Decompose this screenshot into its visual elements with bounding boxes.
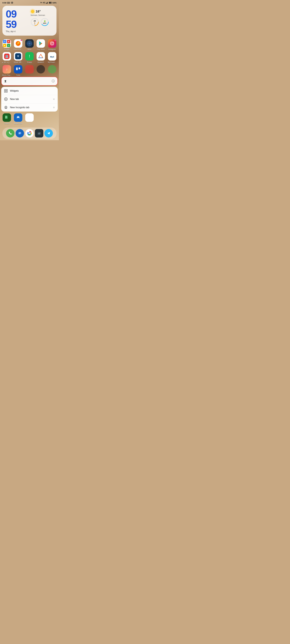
battery-circle-value: 64% <box>43 22 46 24</box>
widgets-icon <box>4 89 8 92</box>
widgets-menu-item[interactable]: Widgets <box>1 87 58 95</box>
svg-point-62 <box>18 132 21 134</box>
app-partial-5[interactable] <box>46 65 58 76</box>
app-snapp-label: Snapp <box>27 61 32 63</box>
clock-date: Thu, Apr 4 <box>6 30 28 32</box>
svg-point-61 <box>17 118 19 120</box>
svg-point-30 <box>53 42 54 43</box>
svg-rect-10 <box>47 2 48 4</box>
muzio-icon: ♪ <box>3 65 11 74</box>
svg-rect-57 <box>6 118 7 118</box>
svg-rect-45 <box>6 89 8 90</box>
sepahmb-icon: ⚜ <box>14 52 22 60</box>
app-trello[interactable]: Trello <box>13 65 24 76</box>
widgets-label: Widgets <box>10 90 19 92</box>
new-tab-label: New tab <box>10 98 19 100</box>
status-right: 4G 64% <box>40 2 57 4</box>
app-openvpn-label: OpenVPN ... <box>14 48 23 50</box>
status-left: 9:59 <box>3 2 13 4</box>
battery-percent: 64% <box>53 2 57 4</box>
instagram-icon <box>48 39 56 48</box>
incognito-drag-icon: ≡ <box>53 106 55 109</box>
dock-telegram[interactable] <box>44 129 53 138</box>
app-asiatech-label: Asiatech <box>38 61 44 63</box>
snapp-icon: ! <box>25 52 34 60</box>
app-asiatech[interactable]: Asiatech <box>35 52 46 63</box>
time-display: 9:59 <box>3 2 6 4</box>
svg-line-38 <box>41 54 43 58</box>
app-partial-4[interactable] <box>35 65 46 76</box>
network-type: 4G <box>43 2 45 4</box>
dock-camera[interactable] <box>35 129 43 138</box>
app-partial-3[interactable] <box>24 65 35 76</box>
svg-rect-65 <box>19 133 20 134</box>
app-row-2: 🏦 همراه بانک م... ⚜ Sepah MB... ! Snapp <box>0 52 59 64</box>
app-sepahmb-label: Sepah MB... <box>14 61 23 63</box>
app-snapp[interactable]: ! Snapp <box>24 52 35 63</box>
svg-text:🏦: 🏦 <box>5 55 9 58</box>
dock-chrome[interactable] <box>25 129 34 138</box>
partial-3-icon <box>25 65 34 74</box>
dock-phone[interactable] <box>6 129 15 138</box>
app-sheets[interactable]: Sheets <box>1 113 13 124</box>
mattermost-icon <box>14 113 22 122</box>
app-persian[interactable]: ن <box>24 113 35 124</box>
svg-point-68 <box>29 132 30 134</box>
sim-icon <box>7 2 10 4</box>
playstore-icon <box>37 39 45 48</box>
app-mattermost-label: Mattermost <box>14 122 22 124</box>
clock-weather-widget: 09 59 Thu, Apr 4 16° Semnan, Semnan 25 🚶 <box>3 6 57 36</box>
app-sepahmb[interactable]: ⚜ Sepah MB... <box>13 52 24 63</box>
battery-icon <box>49 2 52 4</box>
app-hamrahbank-label: همراه بانک م... <box>2 61 12 63</box>
context-menu: Widgets New tab ≡ Ne <box>1 87 58 112</box>
weather-top: 16° <box>31 9 53 14</box>
app-myshatel[interactable]: MyS MyShatel... <box>46 52 58 63</box>
incognito-icon <box>4 106 8 109</box>
partial-4-icon <box>37 65 45 74</box>
svg-marker-27 <box>39 41 42 46</box>
svg-rect-14 <box>49 2 51 3</box>
myshatel-icon: MyS <box>48 52 56 60</box>
openvpn-notification <box>21 40 22 41</box>
app-mattermost[interactable]: Mattermost <box>13 113 24 124</box>
svg-marker-36 <box>39 54 43 58</box>
dock-messages[interactable] <box>16 129 24 138</box>
app-trello-label: Trello <box>16 74 20 76</box>
svg-rect-13 <box>52 2 52 3</box>
svg-rect-44 <box>5 89 6 90</box>
app-google[interactable]: G ▶ ▶ ▲ Google <box>1 39 13 50</box>
svg-rect-43 <box>19 68 20 69</box>
app-playstore[interactable]: Play Store <box>35 39 46 50</box>
app-moto[interactable]: Moto <box>24 39 35 50</box>
moto-icon <box>25 39 34 48</box>
svg-text:!: ! <box>29 54 30 58</box>
steps-circle: 25 🚶 <box>31 18 39 26</box>
svg-text:⚜: ⚜ <box>17 54 20 58</box>
app-hamrahbank[interactable]: 🏦 همراه بانک م... <box>1 52 13 63</box>
new-tab-menu-item[interactable]: New tab ≡ <box>1 95 58 104</box>
weather-section: 16° Semnan, Semnan 25 🚶 🔋 64% <box>31 9 53 26</box>
weather-city: Semnan, Semnan <box>31 14 53 16</box>
svg-rect-46 <box>5 91 6 92</box>
google-folder-icon: G ▶ ▶ ▲ <box>3 39 11 48</box>
app-instagram[interactable]: Instagram <box>46 39 58 50</box>
app-openvpn[interactable]: 🔑 OpenVPN ... <box>13 39 24 50</box>
svg-rect-11 <box>48 2 48 4</box>
info-icon: ⓘ <box>52 79 55 83</box>
incognito-tab-label: New Incognito tab <box>10 106 29 109</box>
app-muzio-label: Muzio Play... <box>2 74 12 76</box>
sheets-icon <box>3 113 11 122</box>
camera-status-icon <box>11 2 13 4</box>
app-persian-label: ن <box>29 122 30 124</box>
incognito-tab-menu-item[interactable]: New Incognito tab ≡ <box>1 104 58 112</box>
svg-marker-63 <box>19 134 20 135</box>
app-myshatel-label: MyShatel... <box>48 61 56 63</box>
steps-value: 25 <box>34 20 36 22</box>
partial-5-icon <box>48 65 56 74</box>
app-instagram-label: Instagram <box>48 48 56 50</box>
asiatech-icon <box>37 52 45 60</box>
app-muzio[interactable]: ♪ Muzio Play... <box>1 65 13 76</box>
app-shortcut-highlighted[interactable]: ⧗ ⓘ <box>1 77 58 86</box>
clock-time: 09 59 <box>6 9 28 29</box>
